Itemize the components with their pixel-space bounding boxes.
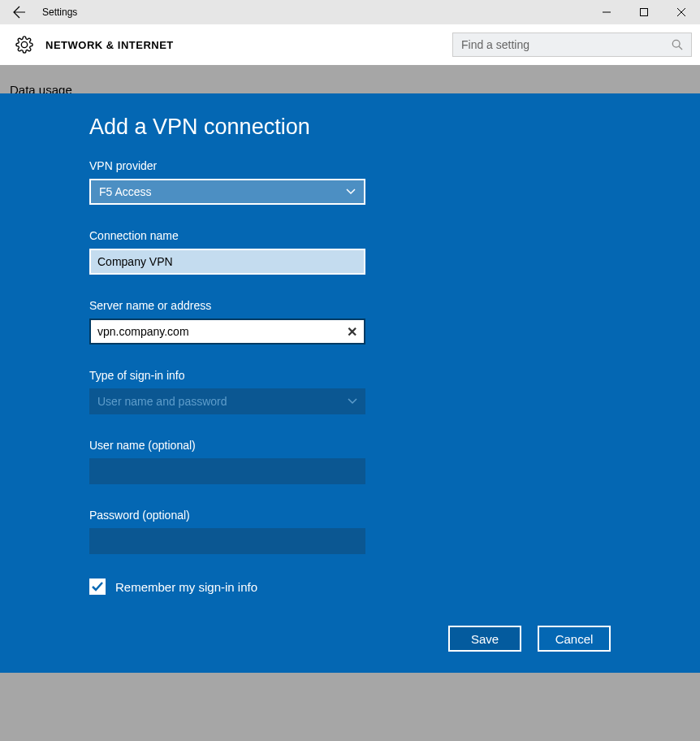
window-title: Settings (39, 6, 588, 18)
dialog-title: Add a VPN connection (89, 115, 611, 140)
close-button[interactable] (663, 0, 700, 24)
subheader: NETWORK & INTERNET Find a setting (0, 24, 700, 65)
connection-label: Connection name (89, 229, 611, 242)
vpn-dialog: Add a VPN connection VPN provider F5 Acc… (0, 93, 700, 673)
checkmark-icon (91, 580, 104, 593)
connection-value: Company VPN (97, 255, 173, 268)
svg-rect-1 (641, 9, 648, 16)
signin-label: Type of sign-in info (89, 369, 611, 382)
svg-point-4 (672, 40, 680, 47)
search-input[interactable]: Find a setting (452, 32, 692, 57)
remember-label: Remember my sign-in info (115, 580, 257, 594)
server-input[interactable]: vpn.company.com ✕ (89, 318, 365, 344)
back-button[interactable] (0, 0, 39, 24)
password-label: Password (optional) (89, 509, 611, 522)
server-value: vpn.company.com (97, 325, 189, 338)
chevron-down-icon (346, 188, 356, 195)
password-input[interactable] (89, 528, 365, 554)
cancel-button[interactable]: Cancel (538, 626, 611, 652)
clear-icon[interactable]: ✕ (347, 324, 357, 340)
back-arrow-icon (13, 6, 26, 19)
signin-select[interactable]: User name and password (89, 388, 365, 414)
server-label: Server name or address (89, 299, 611, 312)
remember-checkbox[interactable] (89, 578, 106, 595)
section-title: NETWORK & INTERNET (41, 39, 452, 51)
connection-input[interactable]: Company VPN (89, 249, 365, 275)
search-placeholder: Find a setting (461, 38, 529, 51)
maximize-button[interactable] (625, 0, 663, 24)
provider-label: VPN provider (89, 159, 611, 172)
provider-select[interactable]: F5 Access (89, 179, 365, 205)
save-button[interactable]: Save (448, 626, 521, 652)
chevron-down-icon (348, 398, 357, 405)
settings-gear-icon (8, 36, 41, 54)
username-input[interactable] (89, 458, 365, 484)
svg-line-5 (679, 46, 682, 50)
titlebar: Settings (0, 0, 700, 24)
minimize-button[interactable] (588, 0, 625, 24)
search-icon (672, 39, 683, 50)
provider-value: F5 Access (99, 185, 152, 198)
signin-value: User name and password (97, 395, 227, 408)
username-label: User name (optional) (89, 439, 611, 452)
